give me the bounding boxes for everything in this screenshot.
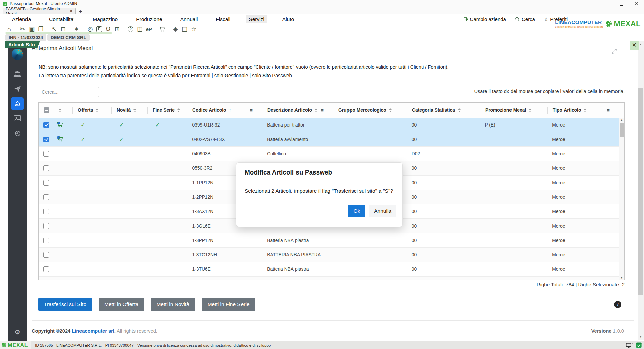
trasferisci-sul-sito-button[interactable]: Trasferisci sul Sito xyxy=(38,298,92,311)
calendar-check-icon[interactable] xyxy=(636,342,642,348)
sidebar-settings-gear-icon[interactable]: ⚙ xyxy=(8,328,27,336)
cerca-button[interactable]: Cerca xyxy=(515,16,535,22)
row-checkbox[interactable] xyxy=(43,209,49,214)
sidebar-item-media[interactable] xyxy=(8,111,27,126)
sidebar-tab-articoli-sito[interactable]: Articoli Sito xyxy=(5,41,40,48)
table-scrollbar[interactable]: ▲ ▼ xyxy=(619,118,624,280)
column-menu-icon[interactable]: ≡ xyxy=(250,107,253,113)
cart-icon[interactable] xyxy=(158,25,167,33)
new-tab-button[interactable]: + xyxy=(79,8,82,14)
calculator-icon[interactable]: ⊞ xyxy=(113,25,122,33)
row-checkbox[interactable] xyxy=(43,266,49,272)
expand-panel-icon[interactable] xyxy=(611,48,617,55)
header-novita[interactable]: Novità xyxy=(111,103,147,118)
row-checkbox[interactable] xyxy=(43,223,49,229)
menu-aiuto[interactable]: Aiuto xyxy=(280,15,297,23)
select-pointer-icon[interactable]: ↖ xyxy=(50,25,59,33)
paste-icon[interactable]: ▣ xyxy=(27,25,36,33)
scroll-up-icon[interactable]: ▲ xyxy=(619,118,624,122)
header-fine-serie[interactable]: Fine Serie xyxy=(147,103,187,118)
info-icon[interactable]: i xyxy=(614,301,621,308)
table-row[interactable]: ✓ ✓ ✓ 0399-U1R-32 Batteria per trattor 0… xyxy=(39,118,619,132)
menu-magazzino[interactable]: Magazzino xyxy=(90,15,120,23)
table-row[interactable]: ✓ ✓ 0402-VS74-L3X Batteria avviamento 00… xyxy=(39,132,619,147)
camera-icon[interactable]: ◎ xyxy=(86,25,95,33)
menu-azienda[interactable]: Azienda xyxy=(9,15,34,23)
novita-check-icon: ✓ xyxy=(119,136,124,143)
table-scrollbar-thumb[interactable] xyxy=(620,123,624,137)
copy-icon[interactable]: ❐ xyxy=(36,25,45,33)
help-icon[interactable]: ? xyxy=(126,25,135,33)
ep-icon[interactable]: eP xyxy=(144,25,153,33)
remote-desktop-icon[interactable] xyxy=(626,342,633,348)
header-tipo-articolo[interactable]: Tipo Articolo≡ xyxy=(547,103,619,118)
promozione-mexal-cell xyxy=(479,161,547,175)
omega-icon[interactable]: Ω xyxy=(104,25,113,33)
menu-annuali[interactable]: Annuali xyxy=(178,15,201,23)
tipo-articolo-cell: Merce xyxy=(547,219,619,233)
row-checkbox[interactable] xyxy=(43,180,49,186)
tag-icon[interactable]: ◈ xyxy=(171,25,180,33)
metti-in-offerta-button[interactable]: Metti in Offerta xyxy=(99,298,144,311)
menu-servizi[interactable]: Servizi xyxy=(246,15,267,23)
categoria-statistica-cell: 00 xyxy=(406,233,480,247)
table-row[interactable]: 040903B Coltellino D02 Merce xyxy=(39,147,619,161)
table-row[interactable]: 1-3PP12N Batteria NBA piastra 00 Merce xyxy=(39,233,619,248)
ok-button[interactable]: Ok xyxy=(348,205,365,217)
search-input[interactable] xyxy=(39,87,99,97)
tab-passweb[interactable]: PASSWEB - Gestione Sito da Mexal ✕ xyxy=(3,8,76,14)
cambio-azienda-button[interactable]: Cambio azienda xyxy=(463,16,506,22)
sidebar-item-catalog-active[interactable] xyxy=(11,97,24,110)
menu-produzione[interactable]: Produzione xyxy=(133,15,165,23)
select-all-checkbox[interactable] xyxy=(44,107,49,113)
row-checkbox[interactable] xyxy=(43,151,49,157)
open-book-icon[interactable]: ◫ xyxy=(135,25,144,33)
close-button[interactable] xyxy=(629,0,644,7)
header-offerta[interactable]: Offerta xyxy=(72,103,111,118)
header-descrizione-articolo[interactable]: Descrizione Articolo≡ xyxy=(262,103,333,118)
scroll-down-icon[interactable]: ▼ xyxy=(638,335,644,338)
categoria-statistica-cell: D02 xyxy=(406,147,480,161)
table-row[interactable]: 1-3TU6E Batteria NBA piastra 00 Merce xyxy=(39,262,619,277)
menu-fiscali[interactable]: Fiscali xyxy=(213,15,233,23)
row-checkbox[interactable] xyxy=(43,165,49,171)
lineacomputer-link[interactable]: Lineacomputer srl. xyxy=(72,328,116,334)
row-checkbox[interactable] xyxy=(43,238,49,243)
minimize-button[interactable] xyxy=(599,0,614,7)
row-checkbox[interactable] xyxy=(43,122,49,128)
restore-button[interactable] xyxy=(614,0,629,7)
table-row[interactable]: 1-3TG12NH BATTERIA NBA PIASTRA 00 Merce xyxy=(39,248,619,262)
header-categoria-statistica[interactable]: Categoria Statistica xyxy=(407,103,480,118)
scroll-down-icon[interactable]: ▼ xyxy=(619,276,624,279)
page-scrollbar[interactable]: ▲ ▼ xyxy=(638,41,644,340)
panel-close-button[interactable]: ✕ xyxy=(630,41,639,50)
annulla-button[interactable]: Annulla xyxy=(369,205,396,217)
sidebar-item-history[interactable] xyxy=(8,126,27,141)
metti-in-fine-serie-button[interactable]: Metti in Fine Serie xyxy=(202,298,255,311)
row-checkbox[interactable] xyxy=(43,137,49,142)
sidebar-item-send[interactable] xyxy=(8,82,27,96)
resize-grip[interactable] xyxy=(621,289,625,293)
row-sort-header[interactable] xyxy=(54,103,72,118)
sidebar-item-users[interactable] xyxy=(8,67,27,82)
monitor-settings-icon[interactable]: ⊟ xyxy=(59,25,68,33)
metti-in-novita-button[interactable]: Metti in Novità xyxy=(151,298,195,311)
tab-close-icon[interactable]: ✕ xyxy=(70,9,73,13)
column-menu-icon[interactable]: ≡ xyxy=(321,107,324,113)
collapse-icon[interactable]: ✶ xyxy=(72,25,81,33)
page-scrollbar-thumb[interactable] xyxy=(638,88,643,295)
header-codice-articolo[interactable]: Codice Articolo↑≡ xyxy=(187,103,262,118)
table-row[interactable] xyxy=(39,277,619,280)
header-promozione-mexal[interactable]: Promozione Mexal xyxy=(480,103,547,118)
home-icon[interactable]: ⌂ xyxy=(5,25,14,33)
actions-bar: Trasferisci sul Sito Metti in Offerta Me… xyxy=(38,298,255,311)
row-checkbox[interactable] xyxy=(43,194,49,200)
document-icon[interactable]: ▤ xyxy=(180,25,189,33)
function-f-icon[interactable]: F xyxy=(95,25,104,33)
favorites-star-icon[interactable]: ☆ xyxy=(189,25,198,33)
row-checkbox[interactable] xyxy=(43,252,49,258)
menu-contabilita[interactable]: Contabilita' xyxy=(46,15,77,23)
column-menu-icon[interactable]: ≡ xyxy=(607,107,610,113)
header-gruppo-merceologico[interactable]: Gruppo Merceologico xyxy=(333,103,407,118)
cut-icon[interactable]: ✂ xyxy=(18,25,27,33)
